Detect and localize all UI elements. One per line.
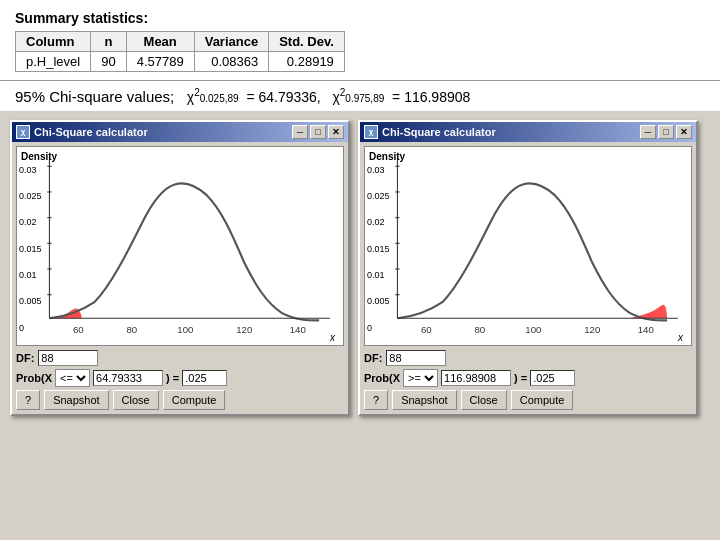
- svg-text:100: 100: [525, 324, 541, 335]
- prob-result-left[interactable]: [182, 370, 227, 386]
- cell-stddev: 0.28919: [269, 52, 345, 72]
- df-row-right: DF:: [364, 350, 692, 366]
- minimize-button-left[interactable]: ─: [292, 125, 308, 139]
- density-label-right: Density: [369, 151, 405, 162]
- chart-area-left: Density x 0.03 0.025 0.02 0.015 0.01 0.0…: [16, 146, 344, 346]
- restore-button-right[interactable]: □: [658, 125, 674, 139]
- prob-operator-right[interactable]: >= <=: [403, 369, 438, 387]
- df-label-left: DF:: [16, 352, 34, 364]
- cell-variance: 0.08363: [194, 52, 269, 72]
- titlebar-buttons-left: ─ □ ✕: [292, 125, 344, 139]
- svg-text:60: 60: [421, 324, 432, 335]
- buttons-row-right: ? Snapshot Close Compute: [364, 390, 692, 410]
- close-calc-button-left[interactable]: Close: [113, 390, 159, 410]
- compute-button-left[interactable]: Compute: [163, 390, 226, 410]
- calc-title-left: Chi-Square calculator: [34, 126, 148, 138]
- col-header-column: Column: [16, 32, 91, 52]
- svg-text:100: 100: [177, 324, 193, 335]
- prob-operator-left[interactable]: <= >=: [55, 369, 90, 387]
- col-header-variance: Variance: [194, 32, 269, 52]
- df-label-right: DF:: [364, 352, 382, 364]
- x-label-right: x: [678, 332, 683, 343]
- table-row: p.H_level 90 4.57789 0.08363 0.28919: [16, 52, 345, 72]
- prob-label-left: Prob(X: [16, 372, 52, 384]
- stats-table: Column n Mean Variance Std. Dev. p.H_lev…: [15, 31, 345, 72]
- df-row-left: DF:: [16, 350, 344, 366]
- chi-formula-line: 95% Chi-square values; χ20.025,89 = 64.7…: [0, 81, 720, 112]
- calc-body-right: Density x 0.03 0.025 0.02 0.015 0.01 0.0…: [360, 142, 696, 414]
- svg-text:60: 60: [73, 324, 84, 335]
- col-header-mean: Mean: [126, 32, 194, 52]
- cell-n: 90: [91, 52, 126, 72]
- prob-row-left: Prob(X <= >= ) =: [16, 369, 344, 387]
- calc-body-left: Density x 0.03 0.025 0.02 0.015 0.01 0.0…: [12, 142, 348, 414]
- svg-text:140: 140: [638, 324, 654, 335]
- prob-value-left[interactable]: [93, 370, 163, 386]
- density-label-left: Density: [21, 151, 57, 162]
- stats-title: Summary statistics:: [15, 10, 705, 26]
- cell-mean: 4.57789: [126, 52, 194, 72]
- svg-text:80: 80: [474, 324, 485, 335]
- y-axis-left: 0.03 0.025 0.02 0.015 0.01 0.005 0: [19, 165, 42, 333]
- prob-result-label-left: ) =: [166, 372, 179, 384]
- chart-area-right: Density x 0.03 0.025 0.02 0.015 0.01 0.0…: [364, 146, 692, 346]
- chi-label: 95% Chi-square values;: [15, 88, 183, 105]
- calc-icon-left: χ: [16, 125, 30, 139]
- y-axis-right: 0.03 0.025 0.02 0.015 0.01 0.005 0: [367, 165, 390, 333]
- df-input-right[interactable]: [386, 350, 446, 366]
- svg-text:120: 120: [236, 324, 252, 335]
- snapshot-button-right[interactable]: Snapshot: [392, 390, 456, 410]
- svg-text:140: 140: [290, 324, 306, 335]
- compute-button-right[interactable]: Compute: [511, 390, 574, 410]
- help-button-right[interactable]: ?: [364, 390, 388, 410]
- restore-button-left[interactable]: □: [310, 125, 326, 139]
- close-button-right[interactable]: ✕: [676, 125, 692, 139]
- prob-result-right[interactable]: [530, 370, 575, 386]
- minimize-button-right[interactable]: ─: [640, 125, 656, 139]
- close-button-left[interactable]: ✕: [328, 125, 344, 139]
- col-header-n: n: [91, 32, 126, 52]
- close-calc-button-right[interactable]: Close: [461, 390, 507, 410]
- cell-column: p.H_level: [16, 52, 91, 72]
- help-button-left[interactable]: ?: [16, 390, 40, 410]
- calc-window-left: χ Chi-Square calculator ─ □ ✕ Density x …: [10, 120, 350, 416]
- chi-formula: χ20.025,89 = 64.79336, χ20.975,89 = 116.…: [187, 89, 471, 105]
- svg-text:80: 80: [126, 324, 137, 335]
- chart-svg-left: 60 80 100 120 140: [17, 147, 343, 345]
- calc-window-right: χ Chi-Square calculator ─ □ ✕ Density x …: [358, 120, 698, 416]
- prob-label-right: Prob(X: [364, 372, 400, 384]
- prob-row-right: Prob(X >= <= ) =: [364, 369, 692, 387]
- svg-text:120: 120: [584, 324, 600, 335]
- snapshot-button-left[interactable]: Snapshot: [44, 390, 108, 410]
- chart-svg-right: 60 80 100 120 140: [365, 147, 691, 345]
- calc-titlebar-left: χ Chi-Square calculator ─ □ ✕: [12, 122, 348, 142]
- calc-icon-right: χ: [364, 125, 378, 139]
- x-label-left: x: [330, 332, 335, 343]
- titlebar-buttons-right: ─ □ ✕: [640, 125, 692, 139]
- buttons-row-left: ? Snapshot Close Compute: [16, 390, 344, 410]
- calculators-row: χ Chi-Square calculator ─ □ ✕ Density x …: [0, 112, 720, 424]
- df-input-left[interactable]: [38, 350, 98, 366]
- calc-titlebar-right: χ Chi-Square calculator ─ □ ✕: [360, 122, 696, 142]
- stats-section: Summary statistics: Column n Mean Varian…: [0, 0, 720, 81]
- col-header-stddev: Std. Dev.: [269, 32, 345, 52]
- prob-value-right[interactable]: [441, 370, 511, 386]
- calc-title-right: Chi-Square calculator: [382, 126, 496, 138]
- prob-result-label-right: ) =: [514, 372, 527, 384]
